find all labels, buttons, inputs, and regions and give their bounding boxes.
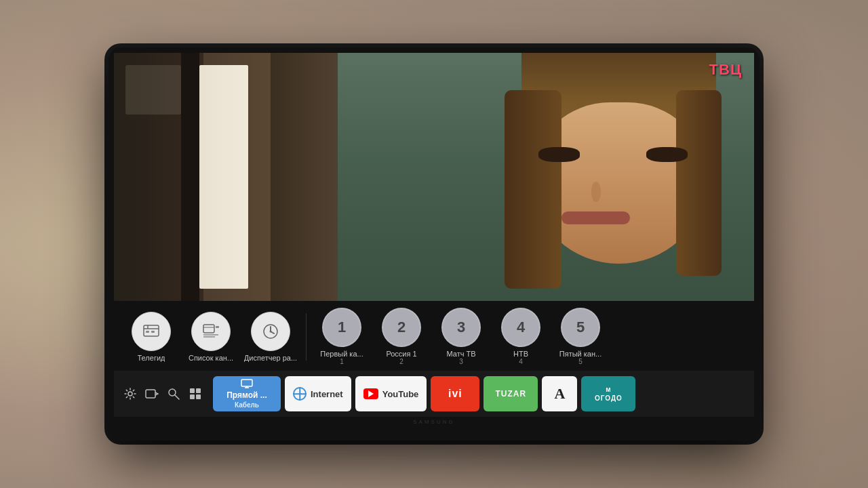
svg-point-14 [128,392,132,396]
clock-icon [261,322,280,341]
svg-rect-20 [190,394,195,399]
channel-item-4[interactable]: 4 НТВ 4 [494,308,548,365]
ch4-badge: 4 [501,308,540,347]
live-tv-icon [241,379,253,388]
search-icon [167,387,180,401]
telegid-label: Телегид [138,354,165,362]
more-logo: мОГОДО [595,385,623,403]
ch2-name: Россия 1 [386,350,416,358]
menu-item-dispatcher[interactable]: Диспетчер ра... [243,312,298,362]
app-tile-internet[interactable]: Internet [285,376,351,411]
channel-item-1[interactable]: 1 Первый ка... 1 [315,308,369,365]
svg-rect-15 [146,390,155,398]
ch4-name: НТВ [513,350,528,358]
system-icons [122,386,203,402]
channel-logo: ТВЦ [709,61,742,79]
ch2-badge: 2 [382,308,421,347]
svg-point-13 [270,330,272,332]
app-tile-ivi[interactable]: ivi [431,376,479,411]
channel-item-5[interactable]: 5 Пятый кан... 5 [553,308,608,365]
app-tile-tuzar[interactable]: TUZAR [484,376,538,411]
svg-line-17 [175,395,179,399]
svg-rect-7 [216,326,219,328]
svg-rect-22 [241,380,252,386]
channel-list-icon-container [191,312,231,351]
source-icon [145,387,159,401]
live-tv-label-main: Прямой ... [226,390,267,400]
channel-list-icon [201,322,220,341]
ch1-badge: 1 [322,308,361,347]
ch1-num: 1 [340,358,344,365]
internet-globe-icon [293,387,307,401]
ch3-num: 3 [459,358,463,365]
apps-button[interactable] [187,386,203,402]
ch4-num: 4 [519,358,523,365]
ch2-num: 2 [399,358,403,365]
scene-right [338,53,754,301]
live-tv-label-sub: Кабель [235,401,259,409]
settings-icon [123,387,137,401]
svg-rect-5 [203,325,214,333]
channel-list-label: Список кан... [189,354,233,362]
apps-icon [189,387,202,401]
scene-left [114,53,338,301]
app-tile-live-tv[interactable]: Прямой ... Кабель [213,376,281,411]
telegid-icon-container [132,312,171,351]
search-button[interactable] [165,386,182,402]
channel-item-3[interactable]: 3 Матч ТВ 3 [434,308,488,365]
youtube-label: YouTube [382,389,419,399]
channel-row: Телегид Список кан... [114,301,754,371]
ch3-badge: 3 [441,308,481,347]
app-tile-amediateka[interactable]: A [542,376,577,411]
app-tile-more[interactable]: мОГОДО [581,376,635,411]
ch5-badge: 5 [561,308,600,347]
clock-icon-container [251,312,290,351]
ui-panel: Телегид Список кан... [114,301,754,427]
svg-rect-18 [190,388,195,393]
internet-label: Internet [311,389,343,399]
tv-bottom-bar: SAMSUNG [114,417,754,427]
person-face [505,53,733,301]
menu-item-telegid[interactable]: Телегид [124,312,178,362]
amediateka-letter: A [554,385,565,403]
tuzar-label: TUZAR [496,389,527,399]
ch5-name: Пятый кан... [559,350,601,358]
app-tile-youtube[interactable]: YouTube [355,376,427,411]
ch5-num: 5 [578,358,583,365]
svg-rect-19 [196,388,201,393]
channel-item-2[interactable]: 2 Россия 1 2 [374,308,429,365]
tv-screen: ТВЦ [114,53,754,427]
ivi-label: ivi [448,388,462,400]
svg-rect-3 [146,331,149,333]
ch1-name: Первый ка... [320,350,363,358]
samsung-brand: SAMSUNG [413,419,454,425]
svg-rect-0 [144,325,159,336]
source-button[interactable] [144,386,160,402]
menu-item-channel-list[interactable]: Список кан... [184,312,238,362]
settings-button[interactable] [122,386,138,402]
dispatcher-label: Диспетчер ра... [244,354,297,362]
ch3-name: Матч ТВ [446,350,475,358]
tv-guide-icon [142,322,161,341]
svg-rect-4 [151,331,155,333]
app-bar: Прямой ... Кабель Internet YouTube [114,371,754,417]
video-area: ТВЦ [114,53,754,301]
svg-rect-21 [196,394,201,399]
tv-frame: ТВЦ [108,47,760,441]
video-scene [114,53,754,301]
divider [306,313,307,361]
youtube-play-icon [363,388,378,399]
